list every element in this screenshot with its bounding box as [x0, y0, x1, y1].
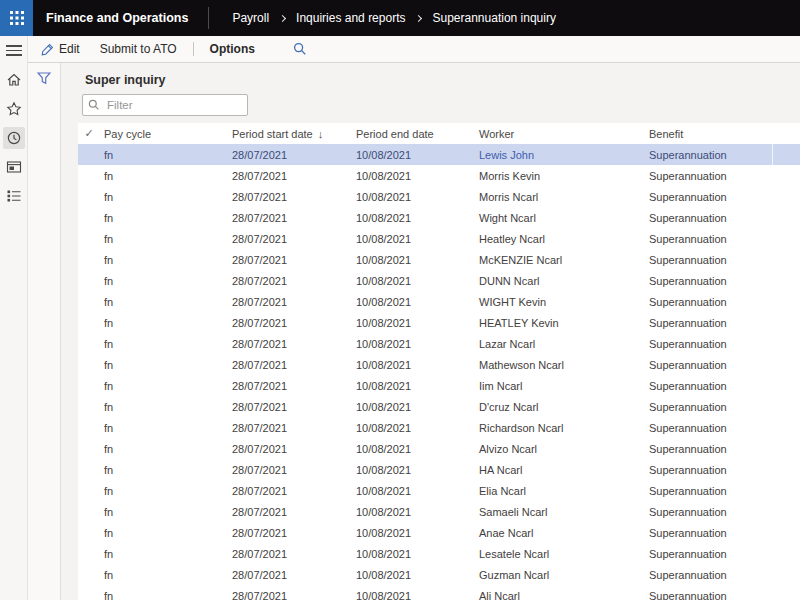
expand-navigation-button[interactable] — [6, 45, 22, 56]
worker-link[interactable]: Iim Ncarl — [475, 380, 645, 392]
worker-link[interactable]: Samaeli Ncarl — [475, 506, 645, 518]
options-button[interactable]: Options — [210, 42, 255, 56]
worker-link[interactable]: Richardson Ncarl — [475, 422, 645, 434]
worker-link[interactable]: Lesatele Ncarl — [475, 548, 645, 560]
cell-benefit: Superannuation — [645, 359, 772, 371]
table-row[interactable]: fn 28/07/2021 10/08/2021 DUNN Ncarl Supe… — [78, 270, 800, 291]
worker-link[interactable]: Alvizo Ncarl — [475, 443, 645, 455]
toolbar-search-button[interactable] — [293, 42, 307, 56]
cell-period-start-date: 28/07/2021 — [228, 548, 352, 560]
worker-link[interactable]: Ali Ncarl — [475, 590, 645, 600]
worker-link[interactable]: Lewis John — [475, 149, 645, 161]
cell-pay-cycle: fn — [100, 338, 228, 350]
breadcrumb-item-payroll[interactable]: Payroll — [232, 11, 269, 25]
cell-pay-cycle: fn — [100, 485, 228, 497]
cell-spacer — [772, 144, 800, 165]
table-row[interactable]: fn 28/07/2021 10/08/2021 Wight Ncarl Sup… — [78, 207, 800, 228]
cell-benefit: Superannuation — [645, 191, 772, 203]
worker-link[interactable]: Wight Ncarl — [475, 212, 645, 224]
cell-period-start-date: 28/07/2021 — [228, 191, 352, 203]
table-row[interactable]: fn 28/07/2021 10/08/2021 Morris Ncarl Su… — [78, 186, 800, 207]
cell-pay-cycle: fn — [100, 170, 228, 182]
favorites-star-icon[interactable] — [3, 98, 25, 120]
worker-link[interactable]: D'cruz Ncarl — [475, 401, 645, 413]
cell-benefit: Superannuation — [645, 338, 772, 350]
cell-benefit: Superannuation — [645, 212, 772, 224]
select-all-checkmark-icon[interactable]: ✓ — [78, 127, 100, 140]
submit-to-ato-button[interactable]: Submit to ATO — [100, 42, 177, 56]
table-row[interactable]: fn 28/07/2021 10/08/2021 Elia Ncarl Supe… — [78, 480, 800, 501]
cell-period-start-date: 28/07/2021 — [228, 212, 352, 224]
cell-period-start-date: 28/07/2021 — [228, 506, 352, 518]
options-button-label: Options — [210, 42, 255, 56]
worker-link[interactable]: HEATLEY Kevin — [475, 317, 645, 329]
cell-pay-cycle: fn — [100, 506, 228, 518]
cell-period-end-date: 10/08/2021 — [352, 338, 475, 350]
cell-pay-cycle: fn — [100, 149, 228, 161]
modules-list-icon[interactable] — [3, 185, 25, 207]
worker-link[interactable]: Heatley Ncarl — [475, 233, 645, 245]
worker-link[interactable]: Guzman Ncarl — [475, 569, 645, 581]
column-header-pay-cycle[interactable]: Pay cycle — [100, 128, 228, 140]
app-brand-title[interactable]: Finance and Operations — [33, 11, 208, 25]
cell-period-start-date: 28/07/2021 — [228, 422, 352, 434]
worker-link[interactable]: McKENZIE Ncarl — [475, 254, 645, 266]
breadcrumb-item-superannuation-inquiry[interactable]: Superannuation inquiry — [432, 11, 555, 25]
table-row[interactable]: fn 28/07/2021 10/08/2021 Anae Ncarl Supe… — [78, 522, 800, 543]
table-row[interactable]: fn 28/07/2021 10/08/2021 Samaeli Ncarl S… — [78, 501, 800, 522]
worker-link[interactable]: WIGHT Kevin — [475, 296, 645, 308]
worker-link[interactable]: Mathewson Ncarl — [475, 359, 645, 371]
recent-clock-icon[interactable] — [3, 127, 25, 149]
superannuation-grid: ✓ Pay cycle Period start date↓ Period en… — [78, 123, 800, 600]
table-row[interactable]: fn 28/07/2021 10/08/2021 HEATLEY Kevin S… — [78, 312, 800, 333]
cell-period-end-date: 10/08/2021 — [352, 422, 475, 434]
table-row[interactable]: fn 28/07/2021 10/08/2021 WIGHT Kevin Sup… — [78, 291, 800, 312]
table-row[interactable]: fn 28/07/2021 10/08/2021 HA Ncarl Supera… — [78, 459, 800, 480]
worker-link[interactable]: Morris Kevin — [475, 170, 645, 182]
table-row[interactable]: fn 28/07/2021 10/08/2021 Lewis John Supe… — [78, 144, 800, 165]
worker-link[interactable]: Lazar Ncarl — [475, 338, 645, 350]
cell-benefit: Superannuation — [645, 401, 772, 413]
table-row[interactable]: fn 28/07/2021 10/08/2021 Mathewson Ncarl… — [78, 354, 800, 375]
filter-input[interactable] — [82, 94, 248, 116]
worker-link[interactable]: HA Ncarl — [475, 464, 645, 476]
table-row[interactable]: fn 28/07/2021 10/08/2021 Ali Ncarl Super… — [78, 585, 800, 600]
table-row[interactable]: fn 28/07/2021 10/08/2021 Iim Ncarl Super… — [78, 375, 800, 396]
edit-button[interactable]: Edit — [41, 42, 80, 56]
cell-period-end-date: 10/08/2021 — [352, 317, 475, 329]
filter-pane-toggle-button[interactable] — [37, 71, 51, 600]
cell-period-end-date: 10/08/2021 — [352, 212, 475, 224]
table-row[interactable]: fn 28/07/2021 10/08/2021 McKENZIE Ncarl … — [78, 249, 800, 270]
app-launcher-button[interactable] — [0, 0, 33, 36]
worker-link[interactable]: Anae Ncarl — [475, 527, 645, 539]
table-row[interactable]: fn 28/07/2021 10/08/2021 Lazar Ncarl Sup… — [78, 333, 800, 354]
worker-link[interactable]: Elia Ncarl — [475, 485, 645, 497]
column-header-worker[interactable]: Worker — [475, 128, 645, 140]
breadcrumb-item-inquiries-reports[interactable]: Inquiries and reports — [296, 11, 405, 25]
table-row[interactable]: fn 28/07/2021 10/08/2021 Guzman Ncarl Su… — [78, 564, 800, 585]
table-row[interactable]: fn 28/07/2021 10/08/2021 Heatley Ncarl S… — [78, 228, 800, 249]
cell-pay-cycle: fn — [100, 464, 228, 476]
column-header-benefit[interactable]: Benefit — [645, 128, 772, 140]
cell-pay-cycle: fn — [100, 233, 228, 245]
table-row[interactable]: fn 28/07/2021 10/08/2021 Morris Kevin Su… — [78, 165, 800, 186]
cell-benefit: Superannuation — [645, 317, 772, 329]
breadcrumb-chevron-icon — [415, 14, 422, 21]
worker-link[interactable]: Morris Ncarl — [475, 191, 645, 203]
worker-link[interactable]: DUNN Ncarl — [475, 275, 645, 287]
cell-benefit: Superannuation — [645, 527, 772, 539]
cell-period-start-date: 28/07/2021 — [228, 359, 352, 371]
quick-filter — [82, 94, 248, 116]
cell-period-start-date: 28/07/2021 — [228, 485, 352, 497]
column-header-period-end-date[interactable]: Period end date — [352, 128, 475, 140]
workspaces-icon[interactable] — [3, 156, 25, 178]
cell-benefit: Superannuation — [645, 149, 772, 161]
table-row[interactable]: fn 28/07/2021 10/08/2021 Lesatele Ncarl … — [78, 543, 800, 564]
table-row[interactable]: fn 28/07/2021 10/08/2021 D'cruz Ncarl Su… — [78, 396, 800, 417]
column-header-period-start-date[interactable]: Period start date↓ — [228, 128, 352, 140]
table-row[interactable]: fn 28/07/2021 10/08/2021 Richardson Ncar… — [78, 417, 800, 438]
home-icon[interactable] — [3, 69, 25, 91]
cell-period-start-date: 28/07/2021 — [228, 569, 352, 581]
page-title: Super inquiry — [85, 73, 800, 87]
table-row[interactable]: fn 28/07/2021 10/08/2021 Alvizo Ncarl Su… — [78, 438, 800, 459]
